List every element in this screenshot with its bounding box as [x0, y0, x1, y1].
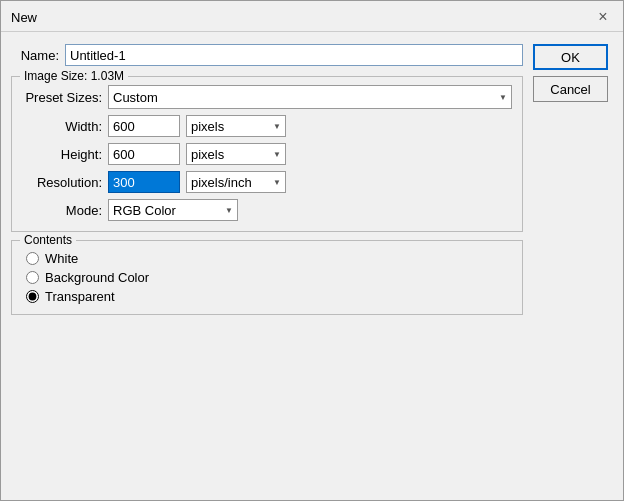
white-radio[interactable]	[26, 252, 39, 265]
resolution-label: Resolution:	[22, 175, 102, 190]
transparent-label[interactable]: Transparent	[45, 289, 115, 304]
new-dialog: New × Name: Image Size: 1.03M Preset Siz…	[0, 0, 624, 501]
resolution-row: Resolution: pixels/inch pixels/cm	[22, 171, 512, 193]
background-color-row: Background Color	[26, 270, 512, 285]
width-unit-wrapper: pixels inches cm mm	[180, 115, 286, 137]
mode-row: Mode: Bitmap Grayscale RGB Color CMYK Co…	[22, 199, 512, 221]
resolution-unit-wrapper: pixels/inch pixels/cm	[180, 171, 286, 193]
close-button[interactable]: ×	[593, 7, 613, 27]
resolution-unit-select[interactable]: pixels/inch pixels/cm	[186, 171, 286, 193]
width-input[interactable]	[108, 115, 180, 137]
mode-select[interactable]: Bitmap Grayscale RGB Color CMYK Color La…	[108, 199, 238, 221]
mode-label: Mode:	[22, 203, 102, 218]
right-panel: OK Cancel	[533, 44, 613, 490]
width-row: Width: pixels inches cm mm	[22, 115, 512, 137]
contents-group: Contents White Background Color Transpar…	[11, 240, 523, 315]
title-bar: New ×	[1, 1, 623, 32]
height-unit-wrapper: pixels inches cm mm	[180, 143, 286, 165]
width-unit-select[interactable]: pixels inches cm mm	[186, 115, 286, 137]
resolution-input[interactable]	[108, 171, 180, 193]
width-label: Width:	[22, 119, 102, 134]
preset-row: Preset Sizes: Custom Default Photoshop S…	[22, 85, 512, 109]
height-input[interactable]	[108, 143, 180, 165]
transparent-row: Transparent	[26, 289, 512, 304]
background-radio[interactable]	[26, 271, 39, 284]
height-label: Height:	[22, 147, 102, 162]
height-row: Height: pixels inches cm mm	[22, 143, 512, 165]
preset-label: Preset Sizes:	[22, 90, 102, 105]
dialog-body: Name: Image Size: 1.03M Preset Sizes: Cu…	[1, 32, 623, 500]
name-input[interactable]	[65, 44, 523, 66]
background-label[interactable]: Background Color	[45, 270, 149, 285]
contents-legend: Contents	[20, 233, 76, 247]
height-unit-select[interactable]: pixels inches cm mm	[186, 143, 286, 165]
preset-select[interactable]: Custom Default Photoshop Size Letter Leg…	[108, 85, 512, 109]
image-size-legend: Image Size: 1.03M	[20, 69, 128, 83]
white-label[interactable]: White	[45, 251, 78, 266]
ok-button[interactable]: OK	[533, 44, 608, 70]
name-row: Name:	[11, 44, 523, 66]
white-row: White	[26, 251, 512, 266]
name-label: Name:	[11, 48, 59, 63]
preset-select-wrapper: Custom Default Photoshop Size Letter Leg…	[108, 85, 512, 109]
dialog-title: New	[11, 10, 37, 25]
left-panel: Name: Image Size: 1.03M Preset Sizes: Cu…	[11, 44, 523, 490]
image-size-group: Image Size: 1.03M Preset Sizes: Custom D…	[11, 76, 523, 232]
cancel-button[interactable]: Cancel	[533, 76, 608, 102]
mode-select-wrapper: Bitmap Grayscale RGB Color CMYK Color La…	[108, 199, 238, 221]
transparent-radio[interactable]	[26, 290, 39, 303]
